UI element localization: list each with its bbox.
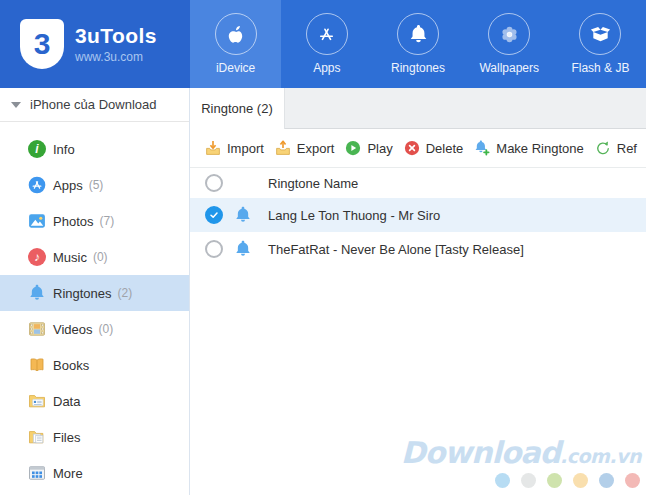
play-label: Play (367, 141, 392, 156)
nav-item-apps[interactable]: Apps (281, 0, 372, 88)
sidebar-list: i Info Apps (5) (0, 122, 189, 491)
make-ringtone-button[interactable]: Make Ringtone (473, 139, 583, 157)
row-checkbox-checked[interactable] (205, 206, 223, 224)
app-title: 3uTools (75, 24, 157, 47)
nav-item-wallpapers[interactable]: Wallpapers (464, 0, 555, 88)
files-icon (27, 427, 47, 447)
nav-item-idevice[interactable]: iDevice (190, 0, 281, 88)
sidebar-item-label: More (53, 466, 83, 481)
sidebar-item-info[interactable]: i Info (0, 131, 189, 167)
import-label: Import (227, 141, 264, 156)
nav-label: Apps (313, 61, 340, 75)
sidebar: iPhone của Download i Info Apps (5) (0, 88, 190, 495)
photos-icon (27, 211, 47, 231)
play-icon (344, 139, 362, 157)
export-button[interactable]: Export (274, 139, 335, 157)
apps-icon (27, 175, 47, 195)
delete-label: Delete (426, 141, 464, 156)
app-header: 3 3uTools www.3u.com iDevice (0, 0, 646, 88)
sidebar-item-files[interactable]: Files (0, 419, 189, 455)
sidebar-item-books[interactable]: Books (0, 347, 189, 383)
import-button[interactable]: Import (204, 139, 264, 157)
logo-shield-icon: 3 (20, 19, 64, 69)
data-icon (27, 391, 47, 411)
make-ringtone-label: Make Ringtone (496, 141, 583, 156)
app-website: www.3u.com (75, 50, 157, 64)
table-header-row: Ringtone Name (190, 168, 646, 198)
export-icon (274, 139, 292, 157)
export-label: Export (297, 141, 335, 156)
main-content: Ringtone (2) Import Export Play (190, 88, 646, 495)
device-selector[interactable]: iPhone của Download (0, 88, 189, 122)
sidebar-item-count: (7) (99, 214, 114, 228)
apple-icon (215, 13, 257, 55)
sidebar-item-label: Videos (53, 322, 93, 337)
delete-icon (403, 139, 421, 157)
refresh-button[interactable]: Ref (594, 139, 637, 157)
table-row[interactable]: TheFatRat - Never Be Alone [Tasty Releas… (190, 232, 646, 266)
sidebar-item-label: Ringtones (53, 286, 112, 301)
ringtone-name: TheFatRat - Never Be Alone [Tasty Releas… (268, 242, 524, 257)
delete-button[interactable]: Delete (403, 139, 464, 157)
select-all-checkbox[interactable] (205, 174, 223, 192)
ringtone-bell-icon (233, 205, 253, 225)
nav-label: Wallpapers (479, 61, 539, 75)
ringtone-name: Lang Le Ton Thuong - Mr Siro (268, 208, 440, 223)
sidebar-item-apps[interactable]: Apps (5) (0, 167, 189, 203)
sidebar-item-count: (5) (89, 178, 104, 192)
sidebar-item-ringtones[interactable]: Ringtones (2) (0, 275, 189, 311)
ringtones-bell-icon (27, 283, 47, 303)
table-row[interactable]: Lang Le Ton Thuong - Mr Siro (190, 198, 646, 232)
refresh-icon (594, 139, 612, 157)
row-checkbox[interactable] (205, 240, 223, 258)
make-ringtone-icon (473, 139, 491, 157)
sidebar-item-label: Info (53, 142, 75, 157)
nav-label: iDevice (216, 61, 255, 75)
sidebar-item-label: Files (53, 430, 80, 445)
sidebar-item-more[interactable]: More (0, 455, 189, 491)
logo-badge: 3 (34, 27, 51, 61)
nav-label: Ringtones (391, 61, 445, 75)
tab-ringtone[interactable]: Ringtone (2) (190, 88, 285, 129)
flower-icon (488, 13, 530, 55)
tab-bar: Ringtone (2) (190, 88, 646, 129)
nav-item-ringtones[interactable]: Ringtones (372, 0, 463, 88)
tab-bar-empty (285, 88, 646, 129)
ringtone-table: Ringtone Name Lang Le Ton Thuong - Mr Si… (190, 168, 646, 266)
sidebar-item-label: Photos (53, 214, 93, 229)
sidebar-item-label: Apps (53, 178, 83, 193)
sidebar-item-music[interactable]: ♪ Music (0) (0, 239, 189, 275)
sidebar-item-label: Books (53, 358, 89, 373)
sidebar-item-photos[interactable]: Photos (7) (0, 203, 189, 239)
chevron-down-icon (11, 102, 21, 108)
ringtone-bell-icon (233, 239, 253, 259)
sidebar-item-count: (0) (93, 250, 108, 264)
videos-icon (27, 319, 47, 339)
books-icon (27, 355, 47, 375)
play-button[interactable]: Play (344, 139, 392, 157)
sidebar-item-label: Data (53, 394, 80, 409)
app-logo: 3 3uTools www.3u.com (0, 0, 190, 88)
nav-item-flash-jb[interactable]: Flash & JB (555, 0, 646, 88)
device-name: iPhone của Download (30, 97, 156, 112)
import-icon (204, 139, 222, 157)
sidebar-item-label: Music (53, 250, 87, 265)
jailbreak-box-icon (579, 13, 621, 55)
sidebar-item-count: (2) (118, 286, 133, 300)
info-icon: i (27, 139, 47, 159)
music-icon: ♪ (27, 247, 47, 267)
toolbar: Import Export Play Delete (190, 129, 646, 168)
nav-label: Flash & JB (571, 61, 629, 75)
app-store-icon (306, 13, 348, 55)
sidebar-item-count: (0) (99, 322, 114, 336)
refresh-label: Ref (617, 141, 637, 156)
bell-icon (397, 13, 439, 55)
sidebar-item-videos[interactable]: Videos (0) (0, 311, 189, 347)
column-header-ringtone-name: Ringtone Name (268, 176, 358, 191)
sidebar-item-data[interactable]: Data (0, 383, 189, 419)
more-icon (27, 463, 47, 483)
main-nav: iDevice Apps Ringtones (190, 0, 646, 88)
